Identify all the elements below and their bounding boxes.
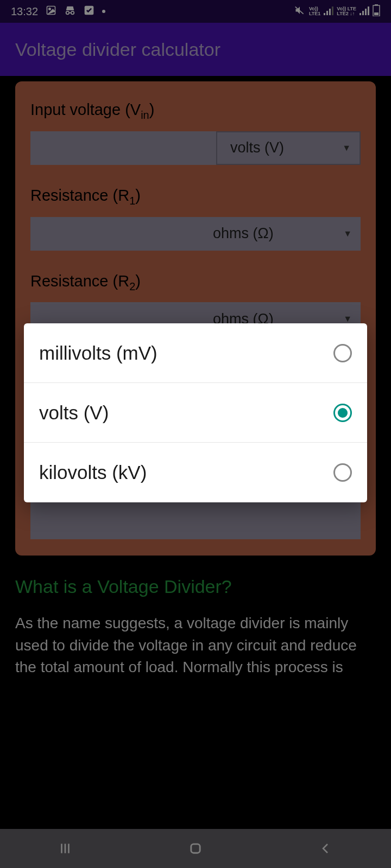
option-label: kilovolts (kV) [39,462,147,483]
option-millivolts[interactable]: millivolts (mV) [24,323,367,383]
radio-icon [333,463,352,482]
option-label: volts (V) [39,402,109,424]
option-label: millivolts (mV) [39,342,157,364]
radio-icon [333,344,352,362]
radio-selected-icon [333,404,352,422]
option-volts[interactable]: volts (V) [24,383,367,443]
option-kilovolts[interactable]: kilovolts (kV) [24,443,367,502]
unit-picker-dialog: millivolts (mV) volts (V) kilovolts (kV) [24,323,367,502]
